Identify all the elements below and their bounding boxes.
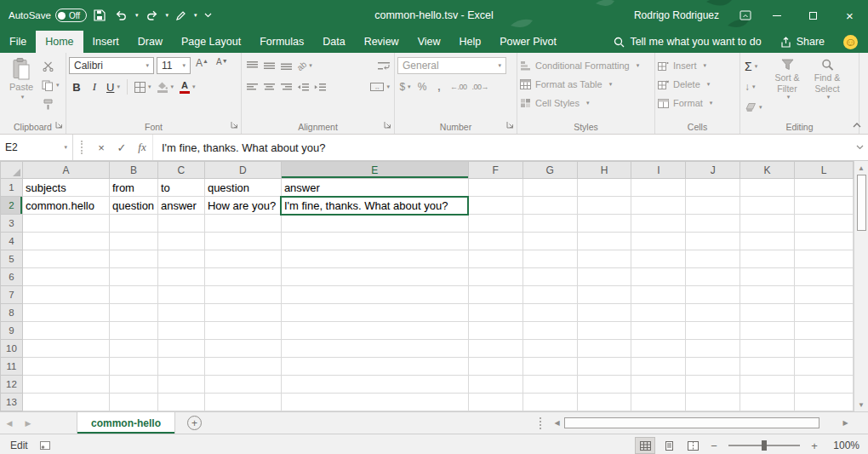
cell-B12[interactable] bbox=[109, 376, 157, 394]
cell-C5[interactable] bbox=[157, 250, 204, 268]
column-header-B[interactable]: B bbox=[109, 162, 157, 179]
cell-C9[interactable] bbox=[157, 322, 204, 340]
cell-K8[interactable] bbox=[740, 304, 795, 322]
insert-cells-button[interactable]: Insert▾ bbox=[658, 56, 737, 74]
formula-input[interactable]: I'm fine, thanks. What about you? bbox=[152, 135, 851, 160]
cell-F3[interactable] bbox=[468, 215, 523, 233]
cell-G6[interactable] bbox=[523, 268, 577, 286]
cell-K5[interactable] bbox=[740, 250, 795, 268]
row-header-7[interactable]: 7 bbox=[1, 286, 23, 304]
cell-B1[interactable]: from bbox=[109, 179, 157, 197]
font-dialog-launcher[interactable] bbox=[231, 119, 238, 131]
cell-F5[interactable] bbox=[468, 250, 523, 268]
cell-G7[interactable] bbox=[523, 286, 577, 304]
cell-H8[interactable] bbox=[577, 304, 631, 322]
clipboard-dialog-launcher[interactable] bbox=[55, 119, 63, 131]
autosave-toggle[interactable]: Off bbox=[55, 9, 87, 22]
feedback-smiley-button[interactable]: ☺ bbox=[843, 35, 858, 49]
cell-J11[interactable] bbox=[686, 358, 740, 376]
cell-E8[interactable] bbox=[281, 304, 468, 322]
cell-I9[interactable] bbox=[631, 322, 686, 340]
row-header-11[interactable]: 11 bbox=[1, 358, 23, 376]
cell-I4[interactable] bbox=[631, 233, 686, 250]
cell-L5[interactable] bbox=[795, 250, 854, 268]
cell-L6[interactable] bbox=[795, 268, 854, 286]
cell-L7[interactable] bbox=[795, 286, 854, 304]
tab-data[interactable]: Data bbox=[313, 31, 354, 53]
cell-G5[interactable] bbox=[523, 250, 577, 268]
cell-H12[interactable] bbox=[577, 376, 631, 394]
page-break-preview-button[interactable] bbox=[682, 437, 703, 454]
horizontal-scroll-thumb[interactable] bbox=[564, 417, 819, 428]
cell-J4[interactable] bbox=[686, 233, 740, 250]
wrap-text-button[interactable] bbox=[376, 57, 391, 74]
cell-A4[interactable] bbox=[22, 233, 109, 250]
row-header-2[interactable]: 2 bbox=[1, 197, 23, 215]
zoom-in-button[interactable]: + bbox=[807, 440, 822, 452]
copy-button[interactable]: ▾ bbox=[40, 77, 61, 94]
cell-H10[interactable] bbox=[577, 340, 631, 358]
cell-I7[interactable] bbox=[631, 286, 686, 304]
cell-J9[interactable] bbox=[686, 322, 740, 340]
cell-F4[interactable] bbox=[468, 233, 523, 250]
cell-K2[interactable] bbox=[740, 197, 795, 215]
name-box[interactable]: E2 ▾ bbox=[0, 135, 73, 160]
cell-K10[interactable] bbox=[740, 340, 795, 358]
cell-K6[interactable] bbox=[740, 268, 795, 286]
align-right-button[interactable] bbox=[278, 78, 294, 95]
cell-E1[interactable]: answer bbox=[281, 179, 468, 197]
page-layout-view-button[interactable] bbox=[659, 437, 679, 454]
cell-D3[interactable] bbox=[204, 215, 281, 233]
cell-K4[interactable] bbox=[740, 233, 795, 250]
number-format-select[interactable]: General▾ bbox=[397, 57, 506, 74]
vertical-scrollbar[interactable]: ▲ ▼ bbox=[854, 161, 868, 411]
cell-J6[interactable] bbox=[686, 268, 740, 286]
cell-A3[interactable] bbox=[22, 215, 109, 233]
cell-L10[interactable] bbox=[795, 340, 854, 358]
cell-G12[interactable] bbox=[523, 376, 577, 394]
tab-scroll-splitter[interactable] bbox=[540, 417, 543, 429]
cell-C2[interactable]: answer bbox=[157, 197, 204, 215]
cell-B5[interactable] bbox=[109, 250, 157, 268]
cell-A2[interactable]: common.hello bbox=[22, 197, 109, 215]
cell-F12[interactable] bbox=[468, 376, 523, 394]
cell-E13[interactable] bbox=[281, 394, 468, 411]
comma-style-button[interactable]: , bbox=[431, 78, 447, 95]
row-header-9[interactable]: 9 bbox=[1, 322, 23, 340]
cell-A7[interactable] bbox=[22, 286, 109, 304]
cell-B13[interactable] bbox=[109, 394, 157, 411]
cell-E4[interactable] bbox=[281, 233, 468, 250]
horizontal-scroll-track[interactable] bbox=[564, 412, 838, 434]
cell-F1[interactable] bbox=[468, 179, 523, 197]
cell-K7[interactable] bbox=[740, 286, 795, 304]
zoom-slider-thumb[interactable] bbox=[762, 440, 767, 451]
normal-view-button[interactable] bbox=[635, 437, 655, 454]
cell-G3[interactable] bbox=[523, 215, 577, 233]
cell-C11[interactable] bbox=[157, 358, 204, 376]
cell-H2[interactable] bbox=[577, 197, 631, 215]
cell-D9[interactable] bbox=[204, 322, 281, 340]
find-select-button[interactable]: Find & Select ▾ bbox=[808, 55, 848, 119]
cell-J10[interactable] bbox=[686, 340, 740, 358]
column-header-F[interactable]: F bbox=[468, 162, 523, 179]
font-name-select[interactable]: Calibri▾ bbox=[69, 57, 154, 74]
tell-me-box[interactable]: Tell me what you want to do bbox=[614, 36, 761, 48]
macro-record-button[interactable] bbox=[40, 441, 50, 450]
cell-I3[interactable] bbox=[631, 215, 686, 233]
cell-L12[interactable] bbox=[795, 376, 854, 394]
cell-G8[interactable] bbox=[523, 304, 577, 322]
cell-E12[interactable] bbox=[281, 376, 468, 394]
cell-D4[interactable] bbox=[204, 233, 281, 250]
vertical-scroll-thumb[interactable] bbox=[857, 175, 866, 231]
cell-F9[interactable] bbox=[468, 322, 523, 340]
user-name[interactable]: Rodrigo Rodriguez bbox=[634, 9, 719, 21]
bold-button[interactable]: B bbox=[69, 78, 84, 95]
cell-I5[interactable] bbox=[631, 250, 686, 268]
column-header-K[interactable]: K bbox=[740, 162, 795, 179]
tab-review[interactable]: Review bbox=[355, 31, 408, 53]
cell-F10[interactable] bbox=[468, 340, 523, 358]
cell-J2[interactable] bbox=[686, 197, 740, 215]
cell-K3[interactable] bbox=[740, 215, 795, 233]
cell-B8[interactable] bbox=[109, 304, 157, 322]
cell-L11[interactable] bbox=[795, 358, 854, 376]
